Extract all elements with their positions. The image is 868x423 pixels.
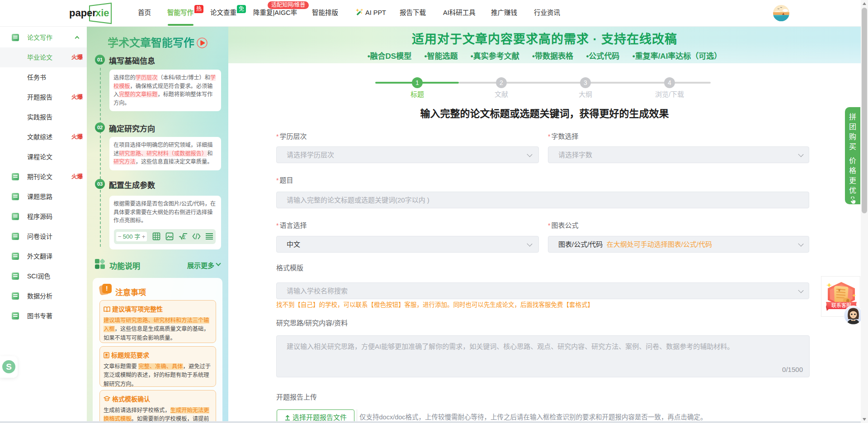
- svg-text:Σ: Σ: [183, 235, 186, 240]
- svg-text:¥: ¥: [838, 288, 840, 292]
